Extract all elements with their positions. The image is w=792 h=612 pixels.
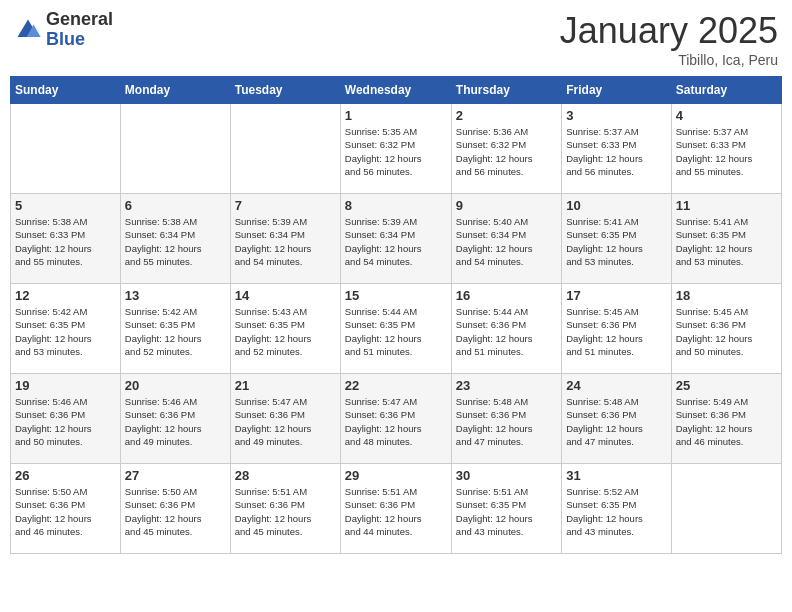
day-info: Sunrise: 5:42 AM Sunset: 6:35 PM Dayligh… xyxy=(125,305,226,358)
day-number: 30 xyxy=(456,468,557,483)
calendar-cell: 27Sunrise: 5:50 AM Sunset: 6:36 PM Dayli… xyxy=(120,464,230,554)
day-number: 23 xyxy=(456,378,557,393)
calendar-cell: 8Sunrise: 5:39 AM Sunset: 6:34 PM Daylig… xyxy=(340,194,451,284)
calendar-cell: 6Sunrise: 5:38 AM Sunset: 6:34 PM Daylig… xyxy=(120,194,230,284)
day-number: 16 xyxy=(456,288,557,303)
day-number: 28 xyxy=(235,468,336,483)
calendar-cell: 30Sunrise: 5:51 AM Sunset: 6:35 PM Dayli… xyxy=(451,464,561,554)
day-info: Sunrise: 5:51 AM Sunset: 6:36 PM Dayligh… xyxy=(345,485,447,538)
day-number: 5 xyxy=(15,198,116,213)
calendar-cell xyxy=(11,104,121,194)
day-info: Sunrise: 5:44 AM Sunset: 6:35 PM Dayligh… xyxy=(345,305,447,358)
day-number: 11 xyxy=(676,198,777,213)
calendar-cell: 23Sunrise: 5:48 AM Sunset: 6:36 PM Dayli… xyxy=(451,374,561,464)
page-header: General Blue January 2025 Tibillo, Ica, … xyxy=(10,10,782,68)
header-cell-thursday: Thursday xyxy=(451,77,561,104)
calendar-cell: 3Sunrise: 5:37 AM Sunset: 6:33 PM Daylig… xyxy=(562,104,671,194)
day-info: Sunrise: 5:48 AM Sunset: 6:36 PM Dayligh… xyxy=(566,395,666,448)
calendar-cell: 7Sunrise: 5:39 AM Sunset: 6:34 PM Daylig… xyxy=(230,194,340,284)
day-info: Sunrise: 5:42 AM Sunset: 6:35 PM Dayligh… xyxy=(15,305,116,358)
day-info: Sunrise: 5:38 AM Sunset: 6:33 PM Dayligh… xyxy=(15,215,116,268)
calendar-cell: 22Sunrise: 5:47 AM Sunset: 6:36 PM Dayli… xyxy=(340,374,451,464)
day-info: Sunrise: 5:39 AM Sunset: 6:34 PM Dayligh… xyxy=(235,215,336,268)
day-info: Sunrise: 5:44 AM Sunset: 6:36 PM Dayligh… xyxy=(456,305,557,358)
header-cell-sunday: Sunday xyxy=(11,77,121,104)
day-info: Sunrise: 5:46 AM Sunset: 6:36 PM Dayligh… xyxy=(125,395,226,448)
calendar-cell: 17Sunrise: 5:45 AM Sunset: 6:36 PM Dayli… xyxy=(562,284,671,374)
day-info: Sunrise: 5:39 AM Sunset: 6:34 PM Dayligh… xyxy=(345,215,447,268)
day-number: 12 xyxy=(15,288,116,303)
header-cell-wednesday: Wednesday xyxy=(340,77,451,104)
calendar-cell: 29Sunrise: 5:51 AM Sunset: 6:36 PM Dayli… xyxy=(340,464,451,554)
day-info: Sunrise: 5:49 AM Sunset: 6:36 PM Dayligh… xyxy=(676,395,777,448)
header-cell-monday: Monday xyxy=(120,77,230,104)
day-number: 1 xyxy=(345,108,447,123)
calendar-cell: 25Sunrise: 5:49 AM Sunset: 6:36 PM Dayli… xyxy=(671,374,781,464)
calendar-header: SundayMondayTuesdayWednesdayThursdayFrid… xyxy=(11,77,782,104)
calendar-cell: 20Sunrise: 5:46 AM Sunset: 6:36 PM Dayli… xyxy=(120,374,230,464)
day-number: 14 xyxy=(235,288,336,303)
header-cell-tuesday: Tuesday xyxy=(230,77,340,104)
week-row-1: 1Sunrise: 5:35 AM Sunset: 6:32 PM Daylig… xyxy=(11,104,782,194)
week-row-4: 19Sunrise: 5:46 AM Sunset: 6:36 PM Dayli… xyxy=(11,374,782,464)
day-info: Sunrise: 5:51 AM Sunset: 6:36 PM Dayligh… xyxy=(235,485,336,538)
day-info: Sunrise: 5:38 AM Sunset: 6:34 PM Dayligh… xyxy=(125,215,226,268)
calendar-cell: 9Sunrise: 5:40 AM Sunset: 6:34 PM Daylig… xyxy=(451,194,561,284)
day-info: Sunrise: 5:37 AM Sunset: 6:33 PM Dayligh… xyxy=(566,125,666,178)
day-info: Sunrise: 5:46 AM Sunset: 6:36 PM Dayligh… xyxy=(15,395,116,448)
day-info: Sunrise: 5:50 AM Sunset: 6:36 PM Dayligh… xyxy=(125,485,226,538)
day-info: Sunrise: 5:50 AM Sunset: 6:36 PM Dayligh… xyxy=(15,485,116,538)
calendar-cell: 11Sunrise: 5:41 AM Sunset: 6:35 PM Dayli… xyxy=(671,194,781,284)
calendar-cell: 14Sunrise: 5:43 AM Sunset: 6:35 PM Dayli… xyxy=(230,284,340,374)
day-info: Sunrise: 5:40 AM Sunset: 6:34 PM Dayligh… xyxy=(456,215,557,268)
day-number: 31 xyxy=(566,468,666,483)
day-number: 19 xyxy=(15,378,116,393)
calendar-cell: 16Sunrise: 5:44 AM Sunset: 6:36 PM Dayli… xyxy=(451,284,561,374)
logo-text: General Blue xyxy=(46,10,113,50)
day-number: 17 xyxy=(566,288,666,303)
header-cell-saturday: Saturday xyxy=(671,77,781,104)
day-number: 3 xyxy=(566,108,666,123)
day-number: 27 xyxy=(125,468,226,483)
day-number: 15 xyxy=(345,288,447,303)
calendar-cell: 28Sunrise: 5:51 AM Sunset: 6:36 PM Dayli… xyxy=(230,464,340,554)
day-info: Sunrise: 5:48 AM Sunset: 6:36 PM Dayligh… xyxy=(456,395,557,448)
day-number: 25 xyxy=(676,378,777,393)
calendar-title: January 2025 xyxy=(560,10,778,52)
calendar-cell: 5Sunrise: 5:38 AM Sunset: 6:33 PM Daylig… xyxy=(11,194,121,284)
day-number: 9 xyxy=(456,198,557,213)
day-info: Sunrise: 5:52 AM Sunset: 6:35 PM Dayligh… xyxy=(566,485,666,538)
day-number: 13 xyxy=(125,288,226,303)
calendar-cell: 2Sunrise: 5:36 AM Sunset: 6:32 PM Daylig… xyxy=(451,104,561,194)
logo-icon xyxy=(14,16,42,44)
day-info: Sunrise: 5:47 AM Sunset: 6:36 PM Dayligh… xyxy=(345,395,447,448)
day-number: 26 xyxy=(15,468,116,483)
day-info: Sunrise: 5:47 AM Sunset: 6:36 PM Dayligh… xyxy=(235,395,336,448)
day-info: Sunrise: 5:41 AM Sunset: 6:35 PM Dayligh… xyxy=(676,215,777,268)
day-info: Sunrise: 5:36 AM Sunset: 6:32 PM Dayligh… xyxy=(456,125,557,178)
calendar-cell xyxy=(671,464,781,554)
day-info: Sunrise: 5:43 AM Sunset: 6:35 PM Dayligh… xyxy=(235,305,336,358)
day-info: Sunrise: 5:37 AM Sunset: 6:33 PM Dayligh… xyxy=(676,125,777,178)
day-info: Sunrise: 5:45 AM Sunset: 6:36 PM Dayligh… xyxy=(566,305,666,358)
week-row-5: 26Sunrise: 5:50 AM Sunset: 6:36 PM Dayli… xyxy=(11,464,782,554)
day-number: 8 xyxy=(345,198,447,213)
calendar-cell: 21Sunrise: 5:47 AM Sunset: 6:36 PM Dayli… xyxy=(230,374,340,464)
calendar-cell xyxy=(230,104,340,194)
header-cell-friday: Friday xyxy=(562,77,671,104)
calendar-cell: 12Sunrise: 5:42 AM Sunset: 6:35 PM Dayli… xyxy=(11,284,121,374)
calendar-cell: 18Sunrise: 5:45 AM Sunset: 6:36 PM Dayli… xyxy=(671,284,781,374)
day-number: 24 xyxy=(566,378,666,393)
day-number: 20 xyxy=(125,378,226,393)
calendar-cell: 1Sunrise: 5:35 AM Sunset: 6:32 PM Daylig… xyxy=(340,104,451,194)
calendar-body: 1Sunrise: 5:35 AM Sunset: 6:32 PM Daylig… xyxy=(11,104,782,554)
day-number: 29 xyxy=(345,468,447,483)
calendar-cell: 4Sunrise: 5:37 AM Sunset: 6:33 PM Daylig… xyxy=(671,104,781,194)
day-number: 18 xyxy=(676,288,777,303)
title-block: January 2025 Tibillo, Ica, Peru xyxy=(560,10,778,68)
week-row-3: 12Sunrise: 5:42 AM Sunset: 6:35 PM Dayli… xyxy=(11,284,782,374)
calendar-table: SundayMondayTuesdayWednesdayThursdayFrid… xyxy=(10,76,782,554)
day-number: 22 xyxy=(345,378,447,393)
week-row-2: 5Sunrise: 5:38 AM Sunset: 6:33 PM Daylig… xyxy=(11,194,782,284)
header-row: SundayMondayTuesdayWednesdayThursdayFrid… xyxy=(11,77,782,104)
